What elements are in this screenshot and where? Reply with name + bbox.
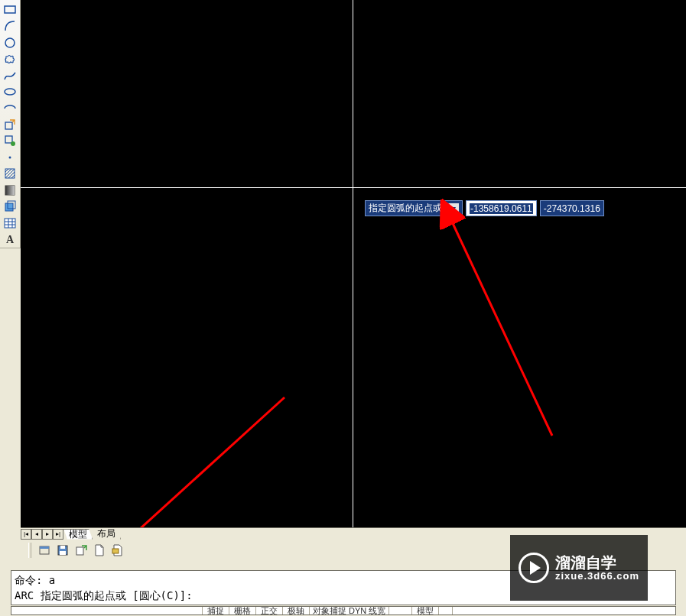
window-icon[interactable] [36,542,53,559]
hatch-icon[interactable] [2,166,18,182]
watermark: 溜溜自学 zixue.3d66.com [510,535,648,601]
status-spacer [389,607,412,614]
layer-icon[interactable] [109,542,126,559]
svg-rect-22 [76,547,83,555]
draw-toolbar: A [0,0,21,248]
status-snap[interactable]: 捕捉 [203,607,229,614]
app-root: A 指定圆弧的起点或 ▾ -1358619.0611 -274370.1316 [0,0,686,616]
svg-point-1 [5,38,15,47]
text-icon[interactable]: A [2,232,18,248]
region-icon[interactable] [2,199,18,215]
watermark-text: 溜溜自学 zixue.3d66.com [555,554,639,582]
status-polar[interactable]: 极轴 [283,607,310,614]
svg-rect-9 [5,186,15,195]
status-end[interactable] [439,607,453,614]
tab-model-label: 模型 [69,528,87,541]
arc-icon[interactable] [2,18,18,34]
ellipse-icon[interactable] [2,83,18,99]
svg-rect-12 [5,219,15,228]
svg-rect-0 [5,6,15,13]
svg-line-16 [451,220,552,436]
status-model[interactable]: 模型 [412,607,439,614]
gradient-icon[interactable] [2,182,18,198]
annotation-arrow-1 [21,0,686,527]
svg-point-5 [11,141,15,146]
svg-rect-23 [112,549,119,553]
tab-nav-first[interactable]: |◂ [21,529,31,540]
status-osnap[interactable]: 对象捕捉 DYN 线宽 [310,607,389,614]
svg-rect-20 [60,546,65,549]
point-icon[interactable] [2,149,18,165]
status-bar: 捕捉 栅格 正交 极轴 对象捕捉 DYN 线宽 模型 [11,606,676,615]
export-icon[interactable] [73,542,89,559]
svg-rect-18 [40,546,49,549]
watermark-title: 溜溜自学 [555,554,639,571]
svg-rect-10 [5,203,13,211]
svg-line-15 [89,397,284,527]
rectangle-icon[interactable] [2,2,18,18]
tab-model[interactable]: 模型 [63,529,93,540]
command-input[interactable] [11,607,203,614]
watermark-sub: zixue.3d66.com [555,571,639,582]
table-icon[interactable] [2,215,18,231]
svg-point-2 [5,89,15,95]
svg-rect-3 [5,122,12,129]
circle-icon[interactable] [2,34,18,50]
revision-cloud-icon[interactable] [2,50,18,66]
drawing-viewport[interactable]: 指定圆弧的起点或 ▾ -1358619.0611 -274370.1316 [21,0,686,527]
toolbar-grip[interactable] [28,543,31,558]
svg-rect-21 [60,551,66,555]
save-icon[interactable] [54,542,71,559]
tab-nav-prev[interactable]: ◂ [31,529,42,540]
ellipse-arc-icon[interactable] [2,100,18,116]
tab-nav-next[interactable]: ▸ [42,529,53,540]
svg-rect-4 [5,136,12,143]
tab-layout[interactable]: 布局 [93,529,121,540]
page-icon[interactable] [91,542,108,559]
status-grid[interactable]: 栅格 [229,607,256,614]
tab-layout-label: 布局 [97,527,115,540]
play-icon [519,553,549,583]
block-insert-icon[interactable] [2,116,18,132]
block-create-icon[interactable] [2,133,18,149]
svg-point-6 [9,156,11,158]
spline-icon[interactable] [2,67,18,83]
tab-nav-last[interactable]: ▸| [53,529,63,540]
svg-text:A: A [6,234,15,245]
status-ortho[interactable]: 正交 [256,607,283,614]
